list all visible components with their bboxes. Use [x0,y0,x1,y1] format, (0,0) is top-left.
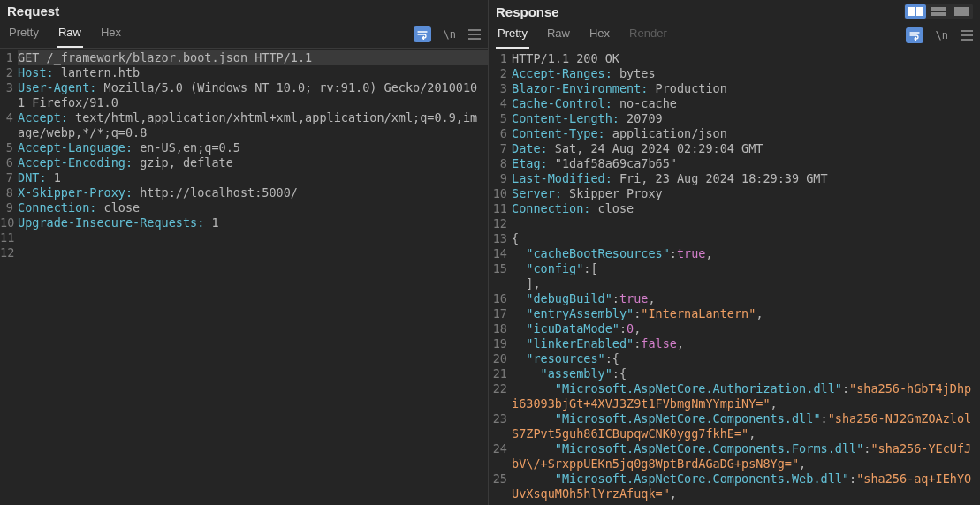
code-content[interactable]: Blazor-Environment: Production [512,81,980,96]
code-content[interactable]: User-Agent: Mozilla/5.0 (Windows NT 10.0… [18,80,488,110]
code-content[interactable]: Accept-Encoding: gzip, deflate [18,155,488,170]
tab-response-pretty[interactable]: Pretty [496,21,529,49]
request-panel: Request Pretty Raw Hex \n 1GET /_framewo… [0,0,489,505]
code-content[interactable]: Accept: text/html,application/xhtml+xml,… [18,110,488,140]
request-title-row: Request [0,0,488,20]
request-tabs: Pretty Raw Hex [7,20,123,48]
code-content[interactable]: Connection: close [512,201,980,216]
line-number: 3 [489,81,512,96]
line-number: 20 [489,351,512,366]
code-content[interactable]: Last-Modified: Fri, 23 Aug 2024 18:29:39… [512,171,980,186]
request-editor[interactable]: 1GET /_framework/blazor.boot.json HTTP/1… [0,49,488,505]
code-content[interactable]: "entryAssembly":"InternaLantern", [512,306,980,321]
hamburger-icon[interactable] [961,30,973,41]
line-number: 24 [489,441,512,456]
code-content[interactable]: { [512,231,980,246]
code-content[interactable]: GET /_framework/blazor.boot.json HTTP/1.… [18,50,488,65]
code-content[interactable]: Content-Type: application/json [512,126,980,141]
code-line: 24 "Microsoft.AspNetCore.Components.Form… [489,441,980,471]
response-title: Response [496,4,559,19]
code-line: 16 "debugBuild":true, [489,291,980,306]
code-content[interactable]: DNT: 1 [18,170,488,185]
line-number: 3 [0,80,18,95]
code-content[interactable]: "assembly":{ [512,366,980,381]
layout-stack-icon[interactable] [928,4,949,19]
code-content[interactable]: "Microsoft.AspNetCore.Authorization.dll"… [512,381,980,411]
code-line: 5Accept-Language: en-US,en;q=0.5 [0,140,488,155]
line-number: 12 [489,216,512,231]
code-content[interactable]: "linkerEnabled":false, [512,336,980,351]
tab-response-raw[interactable]: Raw [545,21,572,49]
response-title-row: Response [489,0,980,21]
code-content[interactable]: X-Skipper-Proxy: http://localhost:5000/ [18,185,488,200]
line-number: 6 [489,126,512,141]
line-number: 16 [489,291,512,306]
code-content[interactable]: Server: Skipper Proxy [512,186,980,201]
code-content[interactable]: Upgrade-Insecure-Requests: 1 [18,215,488,230]
line-number: 13 [489,231,512,246]
line-number: 2 [0,65,18,80]
code-content[interactable]: Host: lantern.htb [18,65,488,80]
code-line: 20 "resources":{ [489,351,980,366]
line-number: 1 [0,50,18,65]
code-line: 8Etag: "1daf58a69ca7b65" [489,156,980,171]
code-content[interactable]: "debugBuild":true, [512,291,980,306]
code-content[interactable]: "resources":{ [512,351,980,366]
code-line: 13{ [489,231,980,246]
code-content[interactable]: "Microsoft.AspNetCore.Components.Forms.d… [512,441,980,471]
wrap-toggle-icon[interactable] [414,26,431,42]
hamburger-icon[interactable] [468,29,481,40]
line-number: 4 [489,96,512,111]
tab-response-hex[interactable]: Hex [588,21,612,49]
response-toolbar-icons: \n [906,27,973,43]
code-line: 3Blazor-Environment: Production [489,81,980,96]
line-number: 11 [489,201,512,216]
tab-request-raw[interactable]: Raw [57,20,83,48]
code-line: 6Content-Type: application/json [489,126,980,141]
tab-request-pretty[interactable]: Pretty [7,20,41,48]
code-line: 1GET /_framework/blazor.boot.json HTTP/1… [0,50,488,65]
line-number: 10 [0,215,18,230]
line-number: 21 [489,366,512,381]
response-panel: Response Pretty Raw Hex Render \n [489,0,980,505]
code-line: 12 [0,245,488,260]
code-line: 19 "linkerEnabled":false, [489,336,980,351]
code-content[interactable]: "config":[ ], [512,261,980,291]
line-number: 19 [489,336,512,351]
line-number: 25 [489,471,512,486]
code-line: 6Accept-Encoding: gzip, deflate [0,155,488,170]
code-content[interactable]: Connection: close [18,200,488,215]
wrap-toggle-icon[interactable] [906,27,923,43]
code-line: 11 [0,230,488,245]
response-editor[interactable]: 1HTTP/1.1 200 OK2Accept-Ranges: bytes3Bl… [489,49,980,505]
code-content[interactable]: "Microsoft.AspNetCore.Components.Web.dll… [512,471,980,501]
code-content[interactable]: Accept-Ranges: bytes [512,66,980,81]
code-content[interactable]: "icuDataMode":0, [512,321,980,336]
svg-rect-2 [931,7,946,11]
code-line: 3User-Agent: Mozilla/5.0 (Windows NT 10.… [0,80,488,110]
code-content[interactable]: Date: Sat, 24 Aug 2024 02:29:04 GMT [512,141,980,156]
line-number: 6 [0,155,18,170]
request-tab-row: Pretty Raw Hex \n [0,20,488,49]
code-content[interactable]: "Microsoft.AspNetCore.Components.dll":"s… [512,411,980,441]
newline-icon[interactable]: \n [444,28,456,41]
code-content[interactable]: Cache-Control: no-cache [512,96,980,111]
layout-single-icon[interactable] [951,4,972,19]
code-line: 18 "icuDataMode":0, [489,321,980,336]
code-content[interactable]: Content-Length: 20709 [512,111,980,126]
line-number: 10 [489,186,512,201]
code-content[interactable]: HTTP/1.1 200 OK [512,51,980,66]
code-content[interactable]: "cacheBootResources":true, [512,246,980,261]
newline-icon[interactable]: \n [936,29,948,41]
code-line: 21 "assembly":{ [489,366,980,381]
line-number: 11 [0,230,18,245]
tab-response-render[interactable]: Render [627,21,669,49]
tab-request-hex[interactable]: Hex [99,20,123,48]
code-content[interactable]: Etag: "1daf58a69ca7b65" [512,156,980,171]
line-number: 5 [0,140,18,155]
code-content[interactable]: Accept-Language: en-US,en;q=0.5 [18,140,488,155]
svg-rect-3 [931,12,946,16]
request-toolbar-icons: \n [414,26,481,42]
line-number: 9 [0,200,18,215]
layout-split-icon[interactable] [905,4,926,19]
